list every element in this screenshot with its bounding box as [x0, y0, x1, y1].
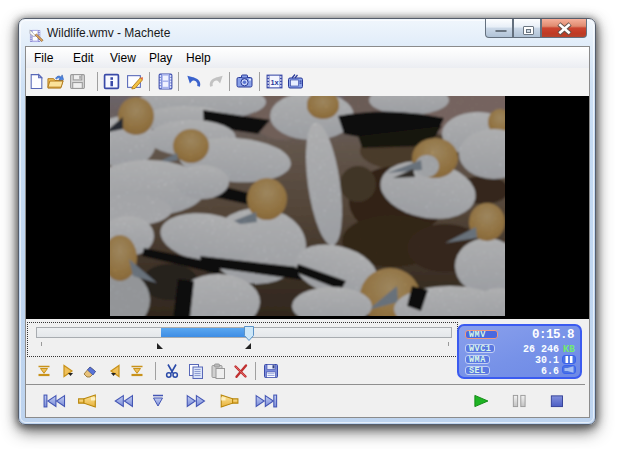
svg-text:1x: 1x: [270, 78, 279, 87]
